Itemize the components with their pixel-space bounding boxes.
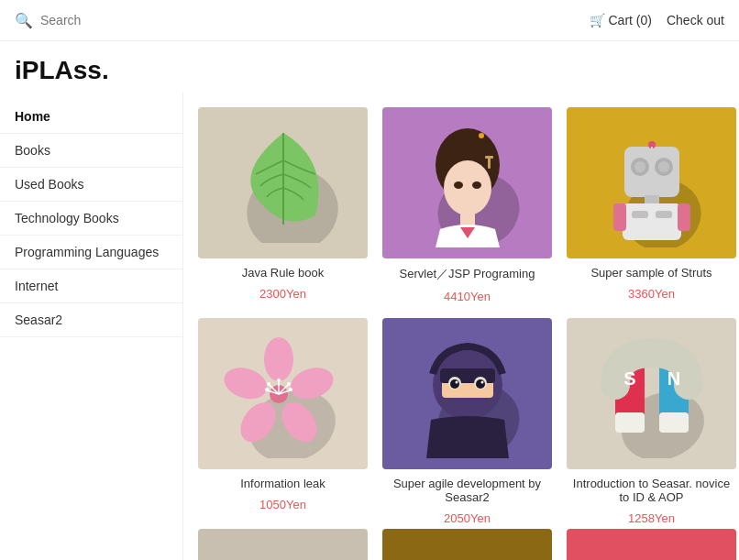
svg-rect-21 — [632, 211, 648, 218]
book-title-0: Java Rule book — [242, 266, 325, 280]
svg-rect-45 — [440, 368, 495, 383]
book-image-partial-1 — [382, 529, 552, 560]
book-title-1: Servlet／JSP Programing — [400, 266, 535, 282]
book-price-3: 1050Yen — [259, 498, 306, 511]
book-price-5: 1258Yen — [628, 511, 675, 525]
svg-point-8 — [472, 181, 481, 189]
book-card-1[interactable]: Servlet／JSP Programing 4410Yen — [382, 107, 552, 303]
svg-point-26 — [264, 337, 293, 381]
sidebar-item-home[interactable]: Home — [0, 100, 182, 134]
book-image-0 — [198, 107, 368, 258]
svg-point-39 — [267, 382, 270, 386]
cart-icon: 🛒 — [590, 13, 605, 27]
svg-rect-9 — [488, 158, 491, 169]
svg-text:S: S — [623, 368, 635, 389]
svg-point-51 — [480, 380, 483, 383]
cart-area: 🛒 Cart (0) Check out — [590, 13, 725, 27]
svg-point-49 — [476, 379, 485, 389]
checkout-link[interactable]: Check out — [667, 13, 724, 27]
top-navigation: 🔍 🛒 Cart (0) Check out — [0, 0, 739, 41]
checkout-label: Check out — [667, 13, 724, 27]
book-title-5: Introduction to Seasar. novice to ID & A… — [567, 477, 736, 504]
book-card-4[interactable]: Super agile development by Seasar2 2050Y… — [382, 318, 552, 525]
svg-rect-56 — [659, 412, 689, 433]
svg-point-41 — [265, 388, 269, 391]
svg-point-40 — [289, 388, 292, 391]
book-title-3: Information leak — [240, 477, 325, 490]
svg-rect-20 — [623, 203, 681, 240]
svg-point-37 — [277, 379, 281, 382]
svg-point-15 — [634, 161, 645, 172]
cart-label: Cart (0) — [609, 13, 652, 27]
main-layout: Home Books Used Books Technology Books P… — [0, 93, 739, 560]
book-card-0[interactable]: Java Rule book 2300Yen — [198, 107, 368, 303]
book-card-3[interactable]: Information leak 1050Yen — [198, 318, 368, 525]
book-image-partial-2 — [567, 529, 736, 560]
book-price-1: 4410Yen — [444, 290, 491, 303]
book-title-2: Super sample of Struts — [590, 266, 711, 280]
svg-point-4 — [479, 133, 484, 138]
svg-rect-22 — [656, 211, 672, 218]
svg-rect-3 — [457, 133, 479, 142]
svg-rect-23 — [613, 203, 626, 231]
book-card-partial-2[interactable] — [567, 529, 736, 560]
book-grid: Java Rule book 2300Yen — [198, 107, 736, 525]
svg-text:N: N — [667, 368, 679, 389]
svg-point-7 — [454, 181, 463, 189]
svg-rect-55 — [615, 412, 645, 433]
book-image-4 — [382, 318, 552, 469]
sidebar: Home Books Used Books Technology Books P… — [0, 93, 183, 560]
book-price-4: 2050Yen — [444, 511, 491, 525]
svg-rect-10 — [485, 156, 493, 159]
sidebar-item-used-books[interactable]: Used Books — [0, 168, 182, 202]
book-price-0: 2300Yen — [259, 287, 306, 301]
svg-point-16 — [658, 161, 669, 172]
svg-rect-24 — [678, 203, 690, 231]
book-image-2 — [567, 107, 736, 258]
book-price-2: 3360Yen — [628, 287, 675, 301]
book-card-2[interactable]: Super sample of Struts 3360Yen — [567, 107, 736, 303]
book-image-3 — [198, 318, 368, 469]
book-image-partial-0 — [198, 529, 368, 560]
cart-link[interactable]: 🛒 Cart (0) — [590, 13, 652, 27]
logo-text: iPLAss. — [15, 56, 109, 84]
book-content: Java Rule book 2300Yen — [183, 93, 739, 560]
book-title-4: Super agile development by Seasar2 — [382, 477, 552, 504]
book-image-1 — [382, 107, 552, 258]
book-card-partial-0[interactable] — [198, 529, 368, 560]
sidebar-item-books[interactable]: Books — [0, 134, 182, 168]
book-image-5: S N — [567, 318, 736, 469]
book-card-5[interactable]: S N Introduction to Seasar. novice to ID… — [567, 318, 736, 525]
svg-rect-19 — [645, 195, 659, 204]
sidebar-item-programming-languages[interactable]: Programming Languages — [0, 236, 182, 269]
sidebar-item-technology-books[interactable]: Technology Books — [0, 202, 182, 236]
svg-point-5 — [444, 160, 491, 215]
svg-point-30 — [224, 362, 271, 403]
sidebar-item-internet[interactable]: Internet — [0, 269, 182, 303]
logo-bar: iPLAss. — [0, 41, 739, 93]
partial-row — [198, 529, 736, 560]
search-input[interactable] — [40, 13, 224, 27]
svg-point-38 — [287, 382, 291, 386]
svg-point-50 — [455, 380, 458, 383]
search-area: 🔍 — [15, 12, 590, 29]
search-icon: 🔍 — [15, 12, 33, 29]
sidebar-item-seasar2[interactable]: Seasar2 — [0, 303, 182, 337]
book-card-partial-1[interactable] — [382, 529, 552, 560]
svg-point-48 — [450, 379, 459, 389]
